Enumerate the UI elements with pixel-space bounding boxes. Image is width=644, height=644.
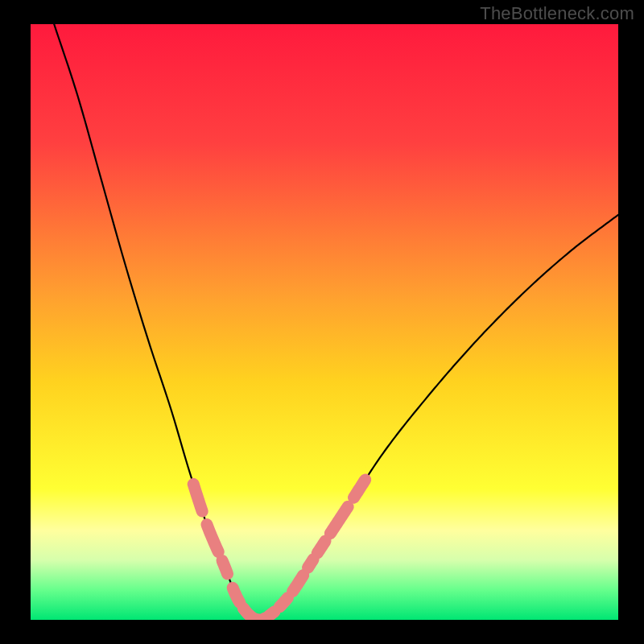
curve-marker — [193, 484, 202, 511]
curve-marker — [222, 560, 228, 573]
curve-marker — [233, 588, 240, 602]
plot-area-gradient — [31, 24, 618, 620]
curve-marker — [308, 559, 314, 568]
chart-frame: TheBottleneck.com — [0, 0, 644, 644]
curve-marker — [280, 598, 288, 607]
curve-marker — [269, 612, 275, 616]
curve-marker — [317, 541, 325, 553]
bottleneck-chart — [0, 0, 644, 644]
watermark-text: TheBottleneck.com — [480, 3, 634, 24]
